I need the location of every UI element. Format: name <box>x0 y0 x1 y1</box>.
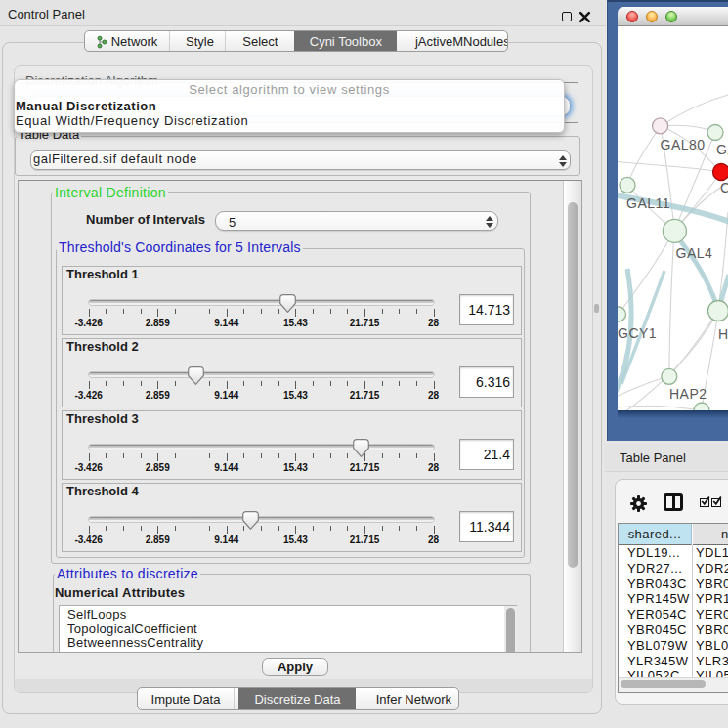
svg-text:GCY1: GCY1 <box>618 325 657 341</box>
svg-text:GAL11: GAL11 <box>626 195 670 211</box>
svg-text:HAP2: HAP2 <box>669 386 707 402</box>
svg-text:GAL4: GAL4 <box>676 245 713 261</box>
svg-text:GAL80: GAL80 <box>661 137 706 152</box>
svg-text:HIS4: HIS4 <box>718 326 728 342</box>
svg-text:CD: CD <box>720 180 728 195</box>
svg-text:GAL: GAL <box>716 142 728 157</box>
